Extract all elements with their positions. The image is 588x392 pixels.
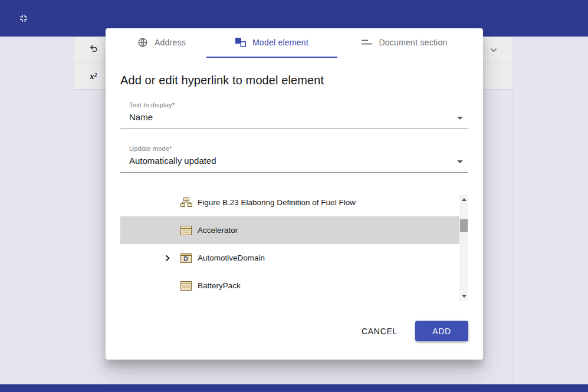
model-tree: Figure B.23 Elaboring Definition of Fuel… <box>120 189 468 301</box>
tree-item-label: AutomotiveDomain <box>198 253 265 262</box>
block-icon <box>180 226 193 235</box>
dialog-tabs: Address Model element Document section <box>106 28 483 58</box>
screen: { "app": { "toolbar": { "superscript_lab… <box>0 0 588 392</box>
tree-item-batterypack[interactable]: BatteryPack <box>120 272 459 299</box>
tab-address[interactable]: Address <box>117 28 206 58</box>
tab-document-section[interactable]: Document section <box>337 28 472 58</box>
scrollbar-thumb[interactable] <box>460 219 468 232</box>
text-to-display-select[interactable]: Text to display* Name <box>120 101 468 129</box>
globe-icon <box>137 37 148 48</box>
dropdown-arrow-icon <box>457 117 463 120</box>
tree-rows: Figure B.23 Elaboring Definition of Fuel… <box>120 189 459 299</box>
dialog-title: Add or edit hyperlink to model element <box>120 74 468 87</box>
scroll-down-button[interactable] <box>459 291 468 301</box>
compress-icon <box>18 17 29 25</box>
field-value: Automatically updated <box>129 156 448 166</box>
scroll-up-button[interactable] <box>459 195 468 204</box>
tab-label: Model element <box>252 38 308 47</box>
field-value: Name <box>129 112 448 122</box>
tree-scrollbar[interactable] <box>459 195 468 301</box>
undo-icon <box>87 44 99 56</box>
undo-button[interactable] <box>85 40 101 59</box>
compress-button[interactable] <box>18 13 29 25</box>
tree-item-label: Accelerator <box>198 226 238 235</box>
tab-label: Document section <box>379 38 447 47</box>
add-button[interactable]: ADD <box>415 321 468 341</box>
diagram-icon <box>180 197 193 207</box>
field-label: Text to display* <box>129 101 448 108</box>
hyperlink-dialog: Address Model element Document section A… <box>106 28 483 360</box>
tree-item-accelerator[interactable]: Accelerator <box>120 216 459 244</box>
superscript-button[interactable]: x² <box>85 67 101 86</box>
tree-item-figure[interactable]: Figure B.23 Elaboring Definition of Fuel… <box>120 189 459 216</box>
block-icon <box>180 281 193 291</box>
svg-text:D: D <box>184 256 188 262</box>
dropdown-arrow-icon <box>457 160 463 163</box>
tab-model-element[interactable]: Model element <box>206 28 337 58</box>
cancel-button[interactable]: CANCEL <box>362 327 398 336</box>
expand-chevron-icon[interactable] <box>165 255 180 262</box>
field-label: Update mode* <box>129 145 448 152</box>
toolbar-dropdown-button[interactable] <box>482 37 505 62</box>
footer-bar <box>0 384 588 392</box>
update-mode-select[interactable]: Update mode* Automatically updated <box>120 145 468 173</box>
tab-label: Address <box>155 38 186 47</box>
tree-item-label: BatteryPack <box>198 281 241 290</box>
domain-icon: D <box>180 253 193 263</box>
chevron-down-icon <box>490 45 497 54</box>
tree-item-label: Figure B.23 Elaboring Definition of Fuel… <box>198 198 356 207</box>
document-section-icon <box>362 39 372 46</box>
tree-item-automotivedomain[interactable]: D AutomotiveDomain <box>120 244 459 272</box>
dialog-actions: CANCEL ADD <box>362 321 468 341</box>
model-element-icon <box>235 38 246 47</box>
